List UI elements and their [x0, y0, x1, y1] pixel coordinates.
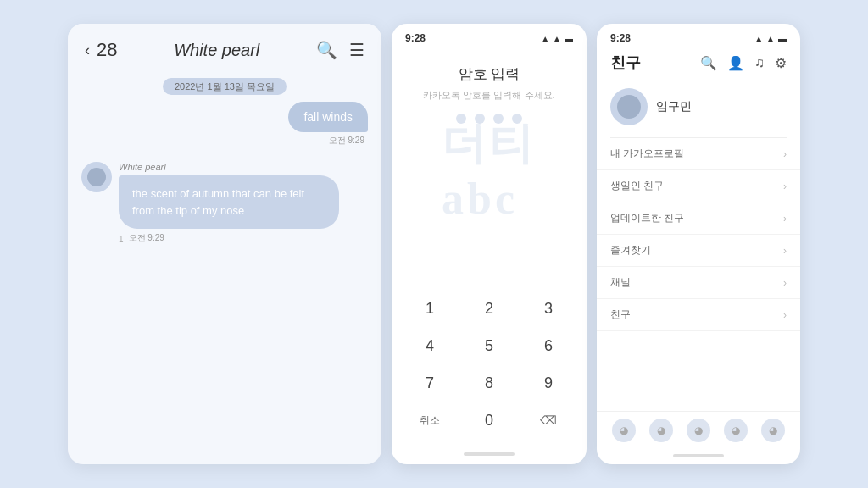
fr-bottom-bar: ◕ ◕ ◕ ◕ ◕ — [597, 411, 800, 449]
pw-status-bar: 9:28 ▲ ▲ ▬ — [392, 24, 587, 47]
avatar-inner — [87, 168, 106, 186]
chat-panel: ‹ 28 White pearl 🔍 ☰ 2022년 1월 13일 목요일 fa… — [68, 24, 381, 464]
fr-bottom-icon-5[interactable]: ◕ — [761, 419, 785, 442]
fr-battery-icon: ▬ — [778, 34, 787, 43]
fr-settings-icon[interactable]: ⚙ — [775, 55, 787, 71]
fr-bottom-icon-1[interactable]: ◕ — [612, 419, 636, 442]
key-3[interactable]: 3 — [519, 290, 578, 327]
chat-title: White pearl — [117, 41, 316, 60]
fr-status-time: 9:28 — [610, 32, 631, 44]
key-0[interactable]: 0 — [459, 402, 519, 439]
fr-menu-label: 즐겨찾기 — [610, 243, 651, 258]
fr-menu-chevron: › — [783, 277, 787, 289]
key-5[interactable]: 5 — [459, 327, 519, 364]
fr-header-icons: 🔍 👤 ♫ ⚙ — [700, 55, 787, 71]
key-cancel[interactable]: 취소 — [400, 402, 459, 439]
fr-bottom-icon-3[interactable]: ◕ — [687, 419, 710, 442]
pw-home-bar — [464, 452, 515, 456]
chat-header-left: ‹ 28 — [85, 39, 117, 61]
pw-keypad: 1 2 3 4 5 6 7 8 9 취소 0 ⌫ — [392, 290, 587, 439]
chat-body: 2022년 1월 13일 목요일 fall winds 오전 9:29 Whit… — [68, 69, 381, 464]
pw-status-icons: ▲ ▲ ▬ — [541, 34, 573, 43]
pw-title: 암호 입력 — [459, 64, 520, 84]
fr-home-bar — [673, 454, 724, 458]
bubble-right: fall winds — [288, 102, 368, 132]
fr-profile-row: 임구민 — [597, 80, 800, 137]
pw-watermark: 더티abc — [442, 114, 537, 224]
password-panel: 9:28 ▲ ▲ ▬ 더티abc 암호 입력 카카오톡 암호를 입력해 주세요.… — [392, 24, 587, 464]
fr-header: 친구 🔍 👤 ♫ ⚙ — [597, 47, 800, 80]
bubble-left: the scent of autumn that can be felt fro… — [119, 175, 339, 229]
fr-menu-label: 생일인 친구 — [610, 179, 664, 193]
back-icon[interactable]: ‹ — [85, 42, 90, 59]
wifi-icon: ▲ — [553, 34, 561, 43]
fr-status-icons: ▲ ▲ ▬ — [754, 34, 787, 43]
fr-menu-item-profile[interactable]: 내 카카오프로필 › — [597, 138, 800, 170]
chat-header-right: 🔍 ☰ — [316, 40, 364, 60]
pw-status-time: 9:28 — [405, 32, 426, 44]
menu-icon[interactable]: ☰ — [349, 40, 364, 60]
fr-menu-list: 내 카카오프로필 › 생일인 친구 › 업데이트한 친구 › 즐겨찾기 › 채널… — [597, 138, 800, 331]
fr-avatar — [610, 88, 648, 125]
fr-status-bar: 9:28 ▲ ▲ ▬ — [597, 24, 800, 47]
fr-signal-icon: ▲ — [754, 34, 763, 43]
fr-menu-label: 친구 — [610, 308, 631, 322]
fr-menu-item-channel[interactable]: 채널 › — [597, 267, 800, 299]
fr-title: 친구 — [610, 53, 641, 73]
fr-menu-chevron: › — [783, 148, 787, 160]
message-time-right: 오전 9:29 — [329, 135, 368, 147]
date-separator: 2022년 1월 13일 목요일 — [81, 78, 368, 93]
fr-menu-chevron: › — [783, 213, 787, 225]
fr-menu-chevron: › — [783, 309, 787, 321]
key-9[interactable]: 9 — [519, 364, 578, 402]
pw-top-area: 더티abc 암호 입력 카카오톡 암호를 입력해 주세요. — [392, 47, 587, 290]
key-6[interactable]: 6 — [519, 327, 578, 364]
key-2[interactable]: 2 — [459, 290, 519, 327]
message-time-left: 오전 9:29 — [129, 232, 164, 244]
chat-unread-count: 28 — [97, 39, 117, 61]
fr-bottom-icon-4[interactable]: ◕ — [724, 419, 748, 442]
message-left-content: White pearl the scent of autumn that can… — [119, 162, 339, 244]
fr-menu-chevron: › — [783, 245, 787, 257]
avatar — [81, 162, 112, 192]
fr-menu-item-favorites[interactable]: 즐겨찾기 › — [597, 235, 800, 267]
fr-avatar-inner — [617, 95, 641, 119]
key-delete[interactable]: ⌫ — [519, 402, 578, 439]
fr-menu-item-friends[interactable]: 친구 › — [597, 299, 800, 331]
fr-search-icon[interactable]: 🔍 — [700, 55, 717, 71]
key-7[interactable]: 7 — [400, 364, 459, 402]
key-8[interactable]: 8 — [459, 364, 519, 402]
key-4[interactable]: 4 — [400, 327, 459, 364]
read-count: 1 — [119, 235, 124, 244]
friends-panel: 9:28 ▲ ▲ ▬ 친구 🔍 👤 ♫ ⚙ 임구민 — [597, 24, 800, 464]
fr-menu-label: 내 카카오프로필 — [610, 147, 684, 161]
fr-add-friend-icon[interactable]: 👤 — [727, 55, 744, 71]
fr-wifi-icon: ▲ — [766, 34, 775, 43]
message-outgoing: fall winds 오전 9:29 — [81, 102, 368, 147]
fr-music-icon[interactable]: ♫ — [754, 55, 765, 71]
message-footer: 1 오전 9:29 — [119, 232, 339, 244]
fr-menu-label: 채널 — [610, 275, 631, 290]
message-sender: White pearl — [119, 162, 339, 172]
pw-subtitle: 카카오톡 암호를 입력해 주세요. — [423, 89, 554, 102]
key-1[interactable]: 1 — [400, 290, 459, 327]
fr-menu-item-birthday[interactable]: 생일인 친구 › — [597, 170, 800, 202]
message-incoming-row: White pearl the scent of autumn that can… — [81, 162, 368, 244]
fr-username: 임구민 — [656, 99, 692, 114]
fr-menu-item-updated[interactable]: 업데이트한 친구 › — [597, 202, 800, 235]
battery-icon: ▬ — [565, 34, 573, 43]
chat-header: ‹ 28 White pearl 🔍 ☰ — [68, 24, 381, 69]
fr-menu-chevron: › — [783, 180, 787, 192]
search-icon[interactable]: 🔍 — [316, 40, 337, 60]
signal-icon: ▲ — [541, 34, 549, 43]
fr-menu-label: 업데이트한 친구 — [610, 211, 684, 225]
fr-bottom-icon-2[interactable]: ◕ — [649, 419, 673, 442]
